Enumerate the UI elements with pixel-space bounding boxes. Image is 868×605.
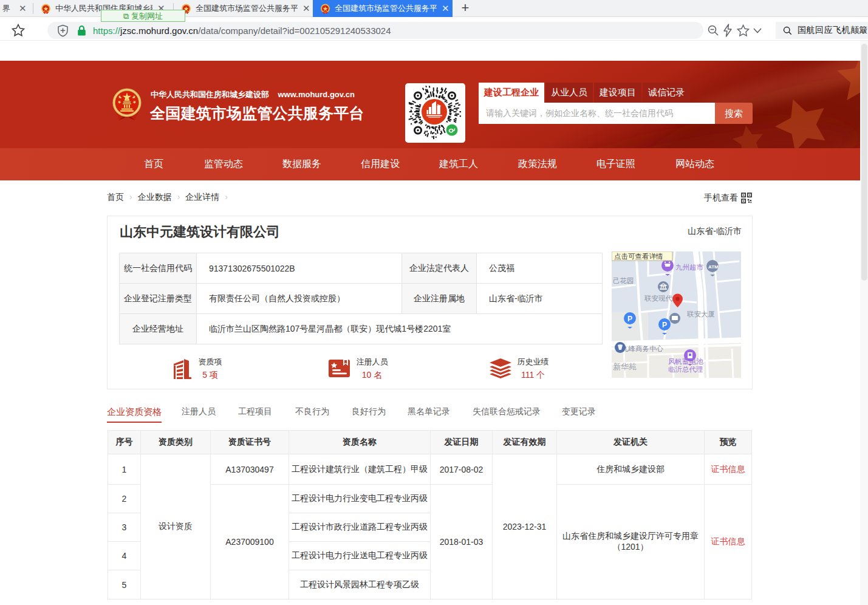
- svg-text:P: P: [627, 315, 632, 323]
- svg-text:临沂总代理: 临沂总代理: [668, 366, 703, 373]
- svg-text:P: P: [662, 321, 667, 329]
- svg-text:点击可查看详情: 点击可查看详情: [614, 253, 663, 260]
- svg-text:新华苑: 新华苑: [613, 362, 637, 371]
- svg-text:九峰商务中心: 九峰商务中心: [621, 345, 664, 352]
- svg-text:己花园: 己花园: [613, 277, 634, 284]
- svg-text:ATM: ATM: [708, 264, 719, 270]
- svg-text:联安大厦: 联安大厦: [687, 310, 715, 318]
- svg-text:九州超市: 九州超市: [675, 264, 704, 271]
